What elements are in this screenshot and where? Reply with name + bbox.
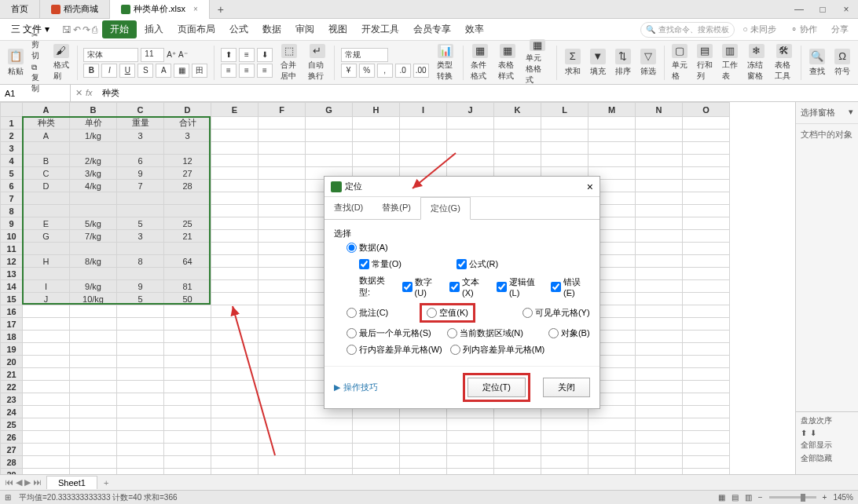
cell[interactable] [164, 305, 211, 318]
row-header[interactable]: 11 [1, 243, 23, 255]
cell[interactable] [70, 469, 117, 475]
cell[interactable] [258, 368, 306, 381]
cell[interactable] [636, 192, 683, 205]
cell[interactable] [447, 418, 494, 431]
cell[interactable] [683, 456, 730, 469]
cell[interactable] [353, 418, 400, 431]
align-right-button[interactable]: ≡ [257, 64, 273, 78]
print-icon[interactable]: ⎙ [92, 24, 97, 35]
cell[interactable] [23, 343, 70, 356]
col-header[interactable]: O [683, 103, 730, 117]
cell[interactable] [117, 393, 164, 406]
cell[interactable] [541, 456, 588, 469]
cell[interactable] [353, 456, 400, 469]
align-mid-button[interactable]: ≡ [239, 48, 255, 62]
cell[interactable] [636, 217, 683, 230]
cell[interactable] [636, 155, 683, 167]
cell[interactable] [588, 130, 636, 142]
cell[interactable] [494, 117, 541, 130]
col-header[interactable]: F [258, 103, 306, 117]
undo-icon[interactable]: ↶ [73, 24, 81, 35]
hideall-button[interactable]: 全部隐藏 [801, 453, 853, 464]
row-header[interactable]: 12 [1, 255, 23, 268]
cell[interactable] [683, 117, 730, 130]
cell[interactable] [494, 469, 541, 475]
close-tab-icon[interactable]: × [193, 5, 198, 13]
chk-num[interactable]: 数字(U) [402, 276, 442, 298]
cell[interactable] [211, 180, 258, 192]
zoom-slider[interactable] [769, 496, 816, 499]
cell[interactable] [23, 393, 70, 406]
cell[interactable] [23, 469, 70, 475]
cell[interactable] [211, 268, 258, 280]
cell[interactable] [541, 130, 588, 142]
cell[interactable] [258, 230, 306, 243]
cell[interactable] [353, 142, 400, 155]
add-tab-button[interactable]: + [210, 3, 232, 16]
menu-formula[interactable]: 公式 [223, 20, 255, 39]
cell[interactable] [258, 192, 306, 205]
cell[interactable]: D [23, 180, 70, 192]
col-header[interactable]: J [447, 103, 494, 117]
cell[interactable] [211, 431, 258, 444]
cell[interactable] [117, 343, 164, 356]
cell[interactable] [306, 117, 353, 130]
formula-input[interactable]: 种类 [97, 87, 858, 99]
cell-ref-input[interactable]: A1 [0, 85, 71, 102]
cell[interactable] [683, 167, 730, 180]
size-select[interactable]: 11 [141, 48, 164, 62]
underline-button[interactable]: U [119, 64, 135, 78]
cell[interactable] [211, 469, 258, 475]
cell[interactable] [636, 243, 683, 255]
cell[interactable] [588, 431, 636, 444]
cell-button[interactable]: ▢单元格 [669, 44, 691, 82]
cell[interactable] [70, 268, 117, 280]
menu-start[interactable]: 开始 [102, 20, 137, 38]
sum-button[interactable]: Σ求和 [562, 44, 584, 82]
cell[interactable] [683, 192, 730, 205]
cell[interactable]: 27 [164, 167, 211, 180]
cell[interactable] [306, 130, 353, 142]
cell[interactable] [636, 142, 683, 155]
cell[interactable] [70, 142, 117, 155]
cell[interactable]: 3/kg [70, 167, 117, 180]
cell[interactable] [636, 431, 683, 444]
cell[interactable] [23, 418, 70, 431]
col-header[interactable]: E [211, 103, 258, 117]
cell[interactable] [636, 255, 683, 268]
cell[interactable] [211, 230, 258, 243]
cell[interactable] [211, 280, 258, 293]
chk-text[interactable]: 文本(X) [449, 276, 489, 298]
row-header[interactable]: 21 [1, 368, 23, 381]
symbol-button[interactable]: Ω符号 [831, 44, 853, 82]
cell[interactable]: 3 [117, 230, 164, 243]
cell[interactable]: 4/kg [70, 180, 117, 192]
cell[interactable] [164, 142, 211, 155]
rowcol-button[interactable]: ▤行和列 [694, 44, 716, 82]
cell[interactable] [70, 406, 117, 418]
cell[interactable] [636, 331, 683, 343]
cell[interactable] [258, 243, 306, 255]
cell[interactable] [211, 406, 258, 418]
condfmt-button[interactable]: ▦条件格式 [468, 44, 492, 82]
cell[interactable] [541, 142, 588, 155]
cell[interactable] [117, 243, 164, 255]
cell[interactable] [447, 431, 494, 444]
cell[interactable]: 21 [164, 230, 211, 243]
cell[interactable] [117, 331, 164, 343]
cell[interactable] [541, 444, 588, 456]
cell[interactable] [306, 431, 353, 444]
cell[interactable] [164, 444, 211, 456]
cell[interactable] [636, 205, 683, 217]
cut-button[interactable]: ✂ 剪切 [31, 31, 46, 61]
cell[interactable] [211, 293, 258, 305]
align-left-button[interactable]: ≡ [221, 64, 236, 78]
cell[interactable] [306, 469, 353, 475]
cell[interactable] [164, 381, 211, 393]
cell[interactable] [211, 331, 258, 343]
view-page-icon[interactable]: ▤ [732, 493, 739, 502]
cell[interactable] [164, 192, 211, 205]
cell[interactable] [683, 180, 730, 192]
fx-icon[interactable]: fx [86, 88, 93, 98]
cell[interactable] [447, 469, 494, 475]
